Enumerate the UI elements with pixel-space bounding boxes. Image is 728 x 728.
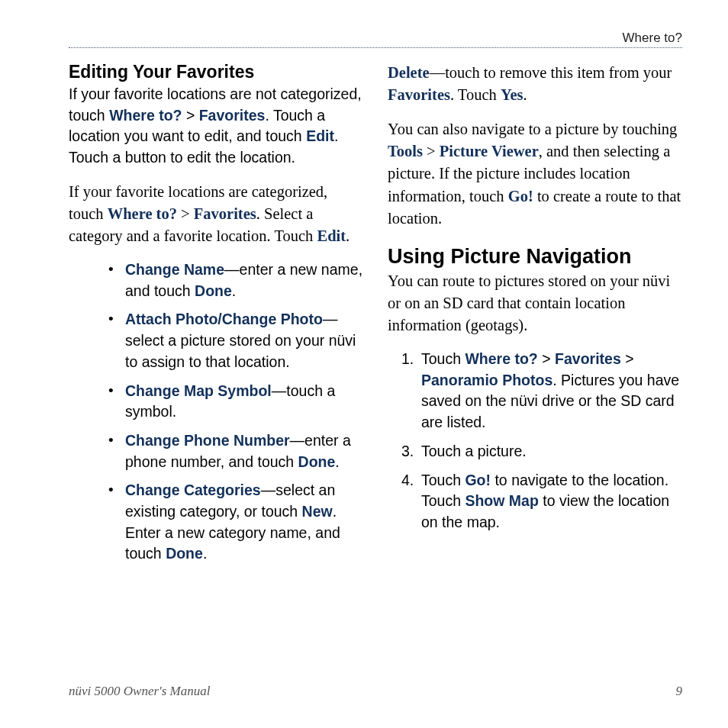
page-header: Where to? <box>69 31 682 48</box>
label-change-phone: Change Phone Number <box>125 432 290 449</box>
label-change-name: Change Name <box>125 261 224 278</box>
footer-manual-title: nüvi 5000 Owner's Manual <box>69 684 210 699</box>
label-delete: Delete <box>388 64 430 81</box>
list-item: 4. Touch Go! to navigate to the location… <box>401 470 682 533</box>
list-item: Attach Photo/Change Photo—select a pictu… <box>108 309 363 372</box>
list-item: 1. Touch Where to? > Favorites > Panoram… <box>401 349 682 433</box>
label-favorites: Favorites <box>194 205 256 222</box>
label-favorites: Favorites <box>388 86 450 103</box>
edit-options-list: Change Name—enter a new name, and touch … <box>69 259 363 565</box>
list-item: Change Name—enter a new name, and touch … <box>108 259 363 301</box>
section-title: Where to? <box>623 31 682 45</box>
label-show-map: Show Map <box>465 492 538 509</box>
label-go: Go! <box>508 188 533 205</box>
label-yes: Yes <box>501 86 523 103</box>
label-done: Done <box>298 453 336 470</box>
para-favorites-not-categorized: If your favorite locations are not categ… <box>69 84 363 169</box>
heading-editing-favorites: Editing Your Favorites <box>69 62 363 82</box>
label-favorites: Favorites <box>555 350 621 367</box>
para-picture-nav-intro: You can route to pictures stored on your… <box>388 270 682 337</box>
label-favorites: Favorites <box>199 107 266 124</box>
label-where-to: Where to? <box>108 205 177 222</box>
heading-picture-navigation: Using Picture Navigation <box>388 245 682 269</box>
right-column: Delete—touch to remove this item from yo… <box>388 62 682 577</box>
label-new: New <box>302 503 333 520</box>
label-go: Go! <box>465 472 491 488</box>
list-item: 3. Touch a picture. <box>401 441 682 462</box>
step-number: 1. <box>401 349 414 370</box>
label-change-map-symbol: Change Map Symbol <box>125 382 272 399</box>
footer-page-number: 9 <box>676 684 683 699</box>
content-columns: Editing Your Favorites If your favorite … <box>69 62 682 577</box>
label-where-to: Where to? <box>109 107 182 124</box>
label-done: Done <box>195 282 232 299</box>
para-favorites-categorized: If your favorite locations are categoriz… <box>69 181 363 247</box>
page-footer: nüvi 5000 Owner's Manual 9 <box>69 684 682 699</box>
step-number: 3. <box>401 441 414 462</box>
label-edit: Edit <box>306 127 334 144</box>
label-picture-viewer: Picture Viewer <box>440 143 539 159</box>
left-column: Editing Your Favorites If your favorite … <box>69 62 363 577</box>
list-item: Change Categories—select an existing cat… <box>108 480 363 565</box>
label-attach-photo: Attach Photo/Change Photo <box>125 311 323 327</box>
label-where-to: Where to? <box>465 350 537 367</box>
steps-list: 1. Touch Where to? > Favorites > Panoram… <box>388 349 682 533</box>
label-done: Done <box>166 545 203 562</box>
label-tools: Tools <box>388 143 423 159</box>
label-edit: Edit <box>317 227 346 244</box>
list-item: Change Map Symbol—touch a symbol. <box>108 381 363 423</box>
list-item: Change Phone Number—enter a phone number… <box>108 430 363 472</box>
label-change-categories: Change Categories <box>125 482 261 498</box>
label-panoramio: Panoramio Photos <box>421 372 552 388</box>
para-delete: Delete—touch to remove this item from yo… <box>388 62 682 106</box>
para-picture-viewer: You can also navigate to a picture by to… <box>388 118 682 230</box>
step-number: 4. <box>401 470 414 491</box>
